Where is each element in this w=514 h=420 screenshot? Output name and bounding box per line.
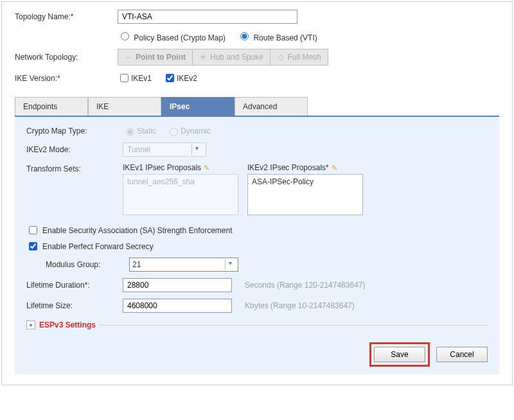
sa-enforce-checkbox[interactable]: Enable Security Association (SA) Strengt… — [26, 224, 488, 236]
chevron-down-icon: ▾ — [225, 259, 235, 270]
policy-based-label: Policy Based (Crypto Map) — [134, 33, 226, 42]
modulus-group-label: Modulus Group: — [46, 260, 123, 269]
ipsec-panel: Crypto Map Type: Static Dynamic IKEv2 Mo… — [15, 117, 499, 374]
save-highlight-box: Save — [369, 342, 430, 367]
ikev2-label: IKEv2 — [177, 74, 197, 83]
route-based-label: Route Based (VTI) — [253, 33, 317, 42]
ikev2-proposals-label: IKEv2 IPsec Proposals* — [247, 163, 329, 172]
topology-name-input[interactable] — [118, 10, 297, 24]
crypto-map-type-label: Crypto Map Type: — [26, 127, 123, 136]
tab-ike[interactable]: IKE — [88, 97, 161, 116]
mesh-icon: ◇ — [277, 53, 285, 62]
modulus-group-select[interactable]: 21 ▾ — [129, 258, 238, 272]
network-topology-segmented: ↔ Point to Point ✳ Hub and Spoke ◇ Full … — [118, 49, 328, 66]
ike-version-label: IKE Version:* — [15, 74, 118, 83]
crypto-static-radio: Static — [123, 126, 156, 136]
hub-spoke-button: ✳ Hub and Spoke — [193, 49, 270, 66]
tab-advanced[interactable]: Advanced — [235, 97, 308, 116]
ikev1-proposals-list: tunnel_aes256_sha — [123, 174, 238, 215]
crypto-dynamic-label: Dynamic — [181, 127, 211, 136]
pfs-checkbox[interactable]: Enable Perfect Forward Secrecy — [26, 240, 488, 252]
tab-endpoints[interactable]: Endpoints — [15, 97, 88, 116]
pencil-icon[interactable]: ✎ — [204, 164, 209, 172]
mesh-label: Full Mesh — [288, 53, 321, 62]
lifetime-duration-hint: Seconds (Range 120-2147483647) — [245, 281, 365, 290]
point-to-point-button: ↔ Point to Point — [118, 49, 193, 66]
ikev2-checkbox[interactable]: IKEv2 — [163, 72, 197, 84]
divider — [100, 325, 488, 326]
p2p-label: Point to Point — [136, 53, 186, 62]
espv3-toggle-icon[interactable]: ▾ — [26, 320, 35, 329]
save-button[interactable]: Save — [374, 347, 425, 362]
ikev2-mode-label: IKEv2 Mode: — [26, 145, 123, 154]
hub-icon: ✳ — [199, 53, 207, 62]
p2p-icon: ↔ — [125, 53, 132, 62]
crypto-dynamic-radio: Dynamic — [166, 126, 211, 136]
topology-name-label: Topology Name:* — [15, 12, 118, 21]
lifetime-duration-label: Lifetime Duration*: — [26, 281, 123, 290]
modulus-group-value: 21 — [132, 260, 141, 269]
route-based-radio[interactable]: Route Based (VTI) — [237, 30, 317, 42]
lifetime-duration-input[interactable] — [123, 278, 232, 292]
ikev2-proposals-list[interactable]: ASA-IPSec-Policy — [247, 174, 363, 215]
transform-sets-label: Transform Sets: — [26, 164, 123, 173]
cancel-button[interactable]: Cancel — [436, 347, 488, 362]
sa-enforce-label: Enable Security Association (SA) Strengt… — [42, 226, 232, 235]
pfs-label: Enable Perfect Forward Secrecy — [42, 242, 154, 251]
espv3-settings-label[interactable]: ESPv3 Settings — [39, 320, 96, 329]
full-mesh-button: ◇ Full Mesh — [270, 49, 328, 66]
lifetime-size-input[interactable] — [123, 299, 232, 313]
policy-based-radio[interactable]: Policy Based (Crypto Map) — [118, 30, 226, 42]
chevron-down-icon: ▾ — [191, 144, 202, 155]
network-topology-label: Network Topology: — [15, 53, 118, 62]
tab-ipsec[interactable]: IPsec — [161, 97, 235, 116]
hub-label: Hub and Spoke — [210, 53, 263, 62]
ikev2-mode-select: Tunnel ▾ — [123, 143, 206, 157]
ikev2-mode-value: Tunnel — [127, 145, 150, 154]
ikev1-label: IKEv1 — [131, 74, 152, 83]
ikev1-proposals-label: IKEv1 IPsec Proposals — [123, 163, 201, 172]
lifetime-size-label: Lifetime Size: — [26, 301, 123, 310]
ikev1-checkbox[interactable]: IKEv1 — [118, 72, 152, 84]
pencil-icon[interactable]: ✎ — [332, 164, 337, 172]
crypto-static-label: Static — [137, 127, 156, 136]
lifetime-size-hint: Kbytes (Range 10-2147483647) — [245, 301, 355, 310]
